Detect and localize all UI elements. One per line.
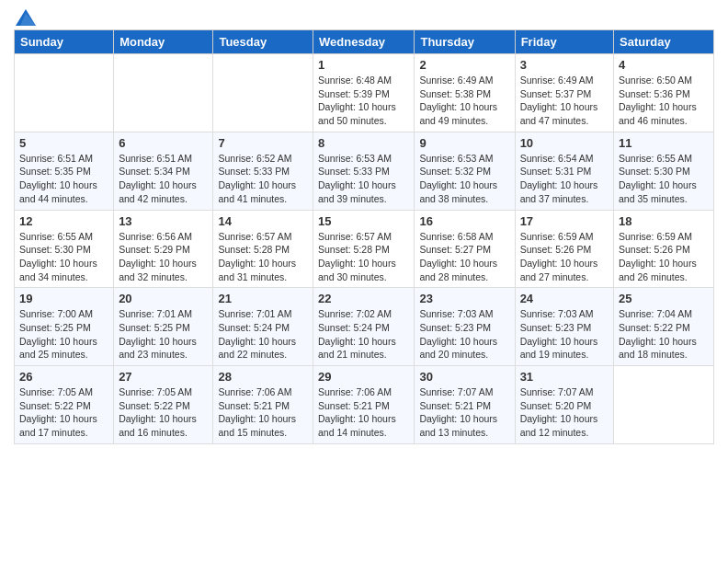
calendar-day-cell: 10Sunrise: 6:54 AM Sunset: 5:31 PM Dayli… <box>515 132 613 210</box>
day-number: 25 <box>619 292 709 305</box>
day-info: Sunrise: 7:04 AM Sunset: 5:22 PM Dayligh… <box>619 307 709 362</box>
calendar-week-row: 1Sunrise: 6:48 AM Sunset: 5:39 PM Daylig… <box>15 54 714 132</box>
calendar-day-cell: 15Sunrise: 6:57 AM Sunset: 5:28 PM Dayli… <box>313 210 415 288</box>
day-info: Sunrise: 6:54 AM Sunset: 5:31 PM Dayligh… <box>520 152 609 206</box>
day-info: Sunrise: 7:03 AM Sunset: 5:23 PM Dayligh… <box>419 307 509 362</box>
calendar-day-cell <box>114 54 213 132</box>
calendar-day-cell: 28Sunrise: 7:06 AM Sunset: 5:21 PM Dayli… <box>213 366 313 444</box>
calendar-day-cell <box>15 54 114 132</box>
calendar-day-cell: 26Sunrise: 7:05 AM Sunset: 5:22 PM Dayli… <box>15 366 114 444</box>
calendar-day-cell: 12Sunrise: 6:55 AM Sunset: 5:30 PM Dayli… <box>15 210 114 288</box>
calendar-day-cell: 3Sunrise: 6:49 AM Sunset: 5:37 PM Daylig… <box>515 54 613 132</box>
day-number: 28 <box>218 370 308 384</box>
day-number: 16 <box>419 214 509 228</box>
calendar-day-cell: 8Sunrise: 6:53 AM Sunset: 5:33 PM Daylig… <box>313 132 415 210</box>
calendar-container: SundayMondayTuesdayWednesdayThursdayFrid… <box>0 0 728 454</box>
day-info: Sunrise: 7:00 AM Sunset: 5:25 PM Dayligh… <box>19 307 108 362</box>
header <box>14 9 714 24</box>
day-number: 24 <box>520 292 609 305</box>
day-number: 21 <box>218 292 308 305</box>
day-info: Sunrise: 7:03 AM Sunset: 5:23 PM Dayligh… <box>520 307 609 362</box>
calendar-day-cell: 21Sunrise: 7:01 AM Sunset: 5:24 PM Dayli… <box>213 288 313 366</box>
day-info: Sunrise: 7:07 AM Sunset: 5:21 PM Dayligh… <box>419 385 509 440</box>
calendar-day-cell: 17Sunrise: 6:59 AM Sunset: 5:26 PM Dayli… <box>515 210 613 288</box>
day-number: 2 <box>419 58 509 72</box>
calendar-day-cell <box>213 54 313 132</box>
day-number: 12 <box>19 214 108 228</box>
calendar-day-cell: 1Sunrise: 6:48 AM Sunset: 5:39 PM Daylig… <box>313 54 415 132</box>
day-number: 23 <box>419 292 509 305</box>
calendar-day-cell: 27Sunrise: 7:05 AM Sunset: 5:22 PM Dayli… <box>114 366 213 444</box>
calendar-week-row: 5Sunrise: 6:51 AM Sunset: 5:35 PM Daylig… <box>15 132 714 210</box>
day-number: 17 <box>520 214 609 228</box>
day-number: 27 <box>119 370 208 384</box>
calendar-day-cell: 25Sunrise: 7:04 AM Sunset: 5:22 PM Dayli… <box>614 288 714 366</box>
calendar-day-cell: 5Sunrise: 6:51 AM Sunset: 5:35 PM Daylig… <box>15 132 114 210</box>
day-info: Sunrise: 7:01 AM Sunset: 5:24 PM Dayligh… <box>218 307 308 362</box>
day-number: 8 <box>318 136 409 150</box>
calendar-day-cell: 23Sunrise: 7:03 AM Sunset: 5:23 PM Dayli… <box>415 288 515 366</box>
day-number: 10 <box>520 136 609 150</box>
day-number: 6 <box>119 136 208 150</box>
day-info: Sunrise: 7:06 AM Sunset: 5:21 PM Dayligh… <box>318 385 409 440</box>
day-info: Sunrise: 7:02 AM Sunset: 5:24 PM Dayligh… <box>318 307 409 362</box>
day-info: Sunrise: 6:51 AM Sunset: 5:34 PM Dayligh… <box>119 152 208 206</box>
calendar-day-cell: 14Sunrise: 6:57 AM Sunset: 5:28 PM Dayli… <box>213 210 313 288</box>
calendar-day-cell: 11Sunrise: 6:55 AM Sunset: 5:30 PM Dayli… <box>614 132 714 210</box>
day-of-week-header: Wednesday <box>313 30 415 54</box>
calendar-day-cell: 24Sunrise: 7:03 AM Sunset: 5:23 PM Dayli… <box>515 288 613 366</box>
day-info: Sunrise: 7:07 AM Sunset: 5:20 PM Dayligh… <box>520 385 609 440</box>
calendar-week-row: 19Sunrise: 7:00 AM Sunset: 5:25 PM Dayli… <box>15 288 714 366</box>
calendar-day-cell: 30Sunrise: 7:07 AM Sunset: 5:21 PM Dayli… <box>415 366 515 444</box>
calendar-day-cell: 9Sunrise: 6:53 AM Sunset: 5:32 PM Daylig… <box>415 132 515 210</box>
day-number: 5 <box>19 136 108 150</box>
day-info: Sunrise: 6:55 AM Sunset: 5:30 PM Dayligh… <box>619 152 709 206</box>
day-number: 22 <box>318 292 409 305</box>
day-info: Sunrise: 7:06 AM Sunset: 5:21 PM Dayligh… <box>218 385 308 440</box>
day-info: Sunrise: 6:53 AM Sunset: 5:33 PM Dayligh… <box>318 152 409 206</box>
calendar-day-cell: 22Sunrise: 7:02 AM Sunset: 5:24 PM Dayli… <box>313 288 415 366</box>
day-info: Sunrise: 6:53 AM Sunset: 5:32 PM Dayligh… <box>419 152 509 206</box>
day-info: Sunrise: 6:51 AM Sunset: 5:35 PM Dayligh… <box>19 152 108 206</box>
day-of-week-header: Monday <box>114 30 213 54</box>
calendar-day-cell: 4Sunrise: 6:50 AM Sunset: 5:36 PM Daylig… <box>614 54 714 132</box>
calendar-day-cell: 7Sunrise: 6:52 AM Sunset: 5:33 PM Daylig… <box>213 132 313 210</box>
calendar-week-row: 12Sunrise: 6:55 AM Sunset: 5:30 PM Dayli… <box>15 210 714 288</box>
day-number: 18 <box>619 214 709 228</box>
day-info: Sunrise: 6:52 AM Sunset: 5:33 PM Dayligh… <box>218 152 308 206</box>
day-number: 14 <box>218 214 308 228</box>
day-info: Sunrise: 6:59 AM Sunset: 5:26 PM Dayligh… <box>520 230 609 284</box>
day-number: 31 <box>520 370 609 384</box>
day-number: 20 <box>119 292 208 305</box>
day-info: Sunrise: 7:05 AM Sunset: 5:22 PM Dayligh… <box>19 385 108 440</box>
day-info: Sunrise: 6:57 AM Sunset: 5:28 PM Dayligh… <box>318 230 409 284</box>
day-info: Sunrise: 6:55 AM Sunset: 5:30 PM Dayligh… <box>19 230 108 284</box>
day-number: 7 <box>218 136 308 150</box>
day-number: 29 <box>318 370 409 384</box>
day-number: 30 <box>419 370 509 384</box>
calendar-week-row: 26Sunrise: 7:05 AM Sunset: 5:22 PM Dayli… <box>15 366 714 444</box>
day-info: Sunrise: 6:49 AM Sunset: 5:37 PM Dayligh… <box>520 74 609 128</box>
day-number: 13 <box>119 214 208 228</box>
day-info: Sunrise: 6:56 AM Sunset: 5:29 PM Dayligh… <box>119 230 208 284</box>
day-of-week-header: Thursday <box>415 30 515 54</box>
day-of-week-header: Tuesday <box>213 30 313 54</box>
day-number: 1 <box>318 58 409 72</box>
calendar-day-cell: 13Sunrise: 6:56 AM Sunset: 5:29 PM Dayli… <box>114 210 213 288</box>
day-info: Sunrise: 6:50 AM Sunset: 5:36 PM Dayligh… <box>619 74 709 128</box>
calendar-day-cell: 6Sunrise: 6:51 AM Sunset: 5:34 PM Daylig… <box>114 132 213 210</box>
day-number: 11 <box>619 136 709 150</box>
day-info: Sunrise: 6:57 AM Sunset: 5:28 PM Dayligh… <box>218 230 308 284</box>
day-of-week-header: Friday <box>515 30 613 54</box>
calendar-day-cell: 19Sunrise: 7:00 AM Sunset: 5:25 PM Dayli… <box>15 288 114 366</box>
day-number: 4 <box>619 58 709 72</box>
calendar-day-cell: 29Sunrise: 7:06 AM Sunset: 5:21 PM Dayli… <box>313 366 415 444</box>
day-number: 3 <box>520 58 609 72</box>
day-info: Sunrise: 6:58 AM Sunset: 5:27 PM Dayligh… <box>419 230 509 284</box>
calendar-day-cell: 2Sunrise: 6:49 AM Sunset: 5:38 PM Daylig… <box>415 54 515 132</box>
calendar-day-cell <box>614 366 714 444</box>
logo-icon <box>16 9 36 26</box>
day-number: 19 <box>19 292 108 305</box>
day-info: Sunrise: 7:05 AM Sunset: 5:22 PM Dayligh… <box>119 385 208 440</box>
day-info: Sunrise: 7:01 AM Sunset: 5:25 PM Dayligh… <box>119 307 208 362</box>
